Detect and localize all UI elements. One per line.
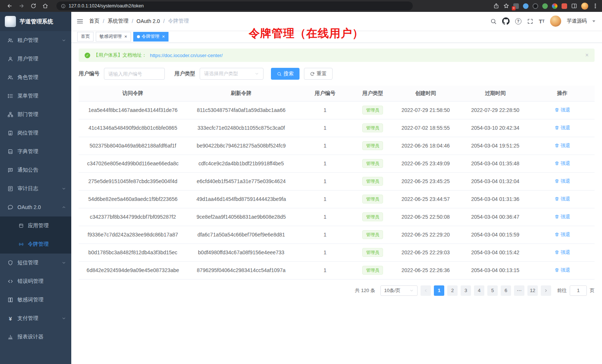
- browser-profile-avatar[interactable]: [581, 3, 588, 10]
- back-button[interactable]: [7, 3, 13, 9]
- created-time-cell: 2022-06-25 22:50:08: [391, 208, 461, 226]
- extension-icon[interactable]: 0: [513, 3, 519, 9]
- sidebar-item-sms[interactable]: 短信管理: [0, 254, 71, 272]
- side-panel-icon[interactable]: [571, 3, 577, 9]
- sidebar-item-role[interactable]: 角色管理: [0, 68, 71, 87]
- bookmark-star-icon[interactable]: [503, 3, 509, 9]
- access-token-cell: 54d6be82ee5a460a9aedc1f9bf223656: [79, 190, 187, 208]
- user-type-badge: 管理员: [362, 159, 383, 168]
- search-button[interactable]: 搜索: [271, 68, 300, 80]
- home-button[interactable]: [42, 3, 48, 9]
- close-icon[interactable]: [124, 34, 127, 39]
- sidebar-item-dept[interactable]: 部门管理: [0, 105, 71, 124]
- font-size-icon[interactable]: [539, 18, 544, 24]
- extensions-puzzle-icon[interactable]: [562, 3, 567, 9]
- next-page-button[interactable]: [541, 285, 551, 296]
- forward-button[interactable]: [19, 3, 24, 9]
- force-logout-label: 强退: [561, 107, 570, 113]
- refresh-token-cell: b0df4980ffd34c67a08f9156e4eee733: [187, 244, 295, 261]
- delete-icon: [554, 143, 559, 148]
- search-icon[interactable]: [490, 18, 497, 24]
- reset-button[interactable]: 重置: [304, 68, 333, 80]
- page-button-5[interactable]: 5: [487, 285, 498, 296]
- force-logout-button[interactable]: 强退: [554, 160, 570, 167]
- force-logout-button[interactable]: 强退: [554, 107, 570, 113]
- page-size-select[interactable]: 10条/页: [380, 285, 418, 296]
- share-icon[interactable]: [493, 3, 499, 9]
- tab-sensitive-word[interactable]: 敏感词管理: [96, 32, 131, 42]
- sidebar-item-report-designer[interactable]: 报表设计器: [0, 328, 71, 346]
- force-logout-button[interactable]: 强退: [554, 142, 570, 149]
- doc-link[interactable]: https://doc.iocoder.cn/user-center/: [150, 53, 223, 58]
- tab-label: 敏感词管理: [99, 33, 122, 40]
- sidebar-item-app-manage[interactable]: 应用管理: [0, 216, 71, 235]
- user-type-cell: 管理员: [355, 172, 391, 190]
- created-time-cell: 2022-06-25 23:45:25: [391, 172, 461, 190]
- sidebar-item-menu[interactable]: 菜单管理: [0, 87, 71, 105]
- tab-home[interactable]: 首页: [77, 32, 94, 42]
- force-logout-label: 强退: [561, 231, 570, 238]
- page-button-3[interactable]: 3: [461, 285, 471, 296]
- sidebar-item-audit-log[interactable]: 审计日志: [0, 179, 71, 198]
- help-icon[interactable]: [515, 18, 521, 24]
- force-logout-button[interactable]: 强退: [554, 178, 570, 185]
- user-type-select[interactable]: 请选择用户类型: [200, 68, 264, 80]
- table-row: b0d1785bc3a8482f812db4a3f3bd15ec b0df498…: [79, 244, 595, 261]
- force-logout-button[interactable]: 强退: [554, 249, 570, 256]
- close-icon[interactable]: [162, 34, 165, 39]
- sidebar-item-label: 敏感词管理: [17, 297, 66, 303]
- alert-close-icon[interactable]: [585, 52, 589, 58]
- sidebar-item-notice[interactable]: 通知公告: [0, 161, 71, 179]
- page-button-2[interactable]: 2: [447, 285, 458, 296]
- fullscreen-icon[interactable]: [527, 18, 533, 24]
- tab-token-manage[interactable]: 令牌管理: [133, 32, 169, 42]
- user-id-cell: 1: [295, 190, 355, 208]
- extension-icon[interactable]: [542, 3, 548, 9]
- breadcrumb-home[interactable]: 首页: [89, 18, 99, 24]
- force-logout-button[interactable]: 强退: [554, 214, 570, 220]
- user-id-input[interactable]: [104, 68, 165, 80]
- breadcrumb-oauth[interactable]: OAuth 2.0: [137, 18, 160, 24]
- sidebar-item-sensitive-word[interactable]: 敏感词管理: [0, 291, 71, 309]
- force-logout-button[interactable]: 强退: [554, 125, 570, 131]
- sidebar-item-post[interactable]: 岗位管理: [0, 124, 71, 142]
- sidebar-toggle-icon[interactable]: [76, 18, 84, 25]
- alert-text: 【用户体系】文档地址：: [94, 52, 147, 59]
- action-cell: 强退: [530, 155, 595, 172]
- breadcrumb-system[interactable]: 系统管理: [108, 18, 128, 24]
- force-logout-button[interactable]: 强退: [554, 267, 570, 274]
- caret-down-icon[interactable]: [592, 20, 595, 22]
- page-button-1[interactable]: 1: [434, 285, 444, 296]
- sidebar-item-error-code[interactable]: 错误码管理: [0, 272, 71, 291]
- sidebar-item-token-manage[interactable]: 令牌管理: [0, 235, 71, 254]
- sidebar-item-oauth[interactable]: OAuth 2.0: [0, 198, 71, 216]
- sidebar-item-dict[interactable]: 字典管理: [0, 142, 71, 161]
- username[interactable]: 芋道源码: [567, 18, 587, 24]
- github-icon[interactable]: [502, 17, 510, 25]
- sidebar-item-pay[interactable]: 支付管理: [0, 309, 71, 328]
- app-logo[interactable]: 芋道管理系统: [0, 12, 71, 31]
- site-info-icon[interactable]: [61, 4, 66, 9]
- force-logout-button[interactable]: 强退: [554, 231, 570, 238]
- extension-icon[interactable]: [552, 3, 557, 9]
- page-button-6[interactable]: 6: [501, 285, 511, 296]
- goto-label: 前往: [557, 287, 567, 294]
- page-button-12[interactable]: 12: [527, 285, 538, 296]
- created-time-cell: 2022-07-02 18:55:55: [391, 119, 461, 137]
- user-avatar[interactable]: [550, 16, 561, 27]
- page-button-4[interactable]: 4: [474, 285, 484, 296]
- prev-page-button[interactable]: [421, 285, 431, 296]
- address-bar[interactable]: 127.0.0.1:1024/system/oauth2/token: [56, 1, 413, 10]
- refresh-button[interactable]: [30, 3, 36, 9]
- sidebar-item-tenant[interactable]: 租户管理: [0, 31, 71, 50]
- force-logout-button[interactable]: 强退: [554, 196, 570, 202]
- action-cell: 强退: [530, 244, 595, 261]
- extension-icon[interactable]: [533, 3, 538, 9]
- extension-icon[interactable]: [523, 3, 529, 9]
- sidebar-item-label: 短信管理: [17, 259, 58, 266]
- goto-page-input[interactable]: [570, 285, 587, 296]
- more-pages-button[interactable]: ⋯: [514, 285, 524, 296]
- user-id-cell: 1: [295, 172, 355, 190]
- browser-menu-icon[interactable]: [592, 3, 598, 9]
- sidebar-item-user[interactable]: 用户管理: [0, 50, 71, 68]
